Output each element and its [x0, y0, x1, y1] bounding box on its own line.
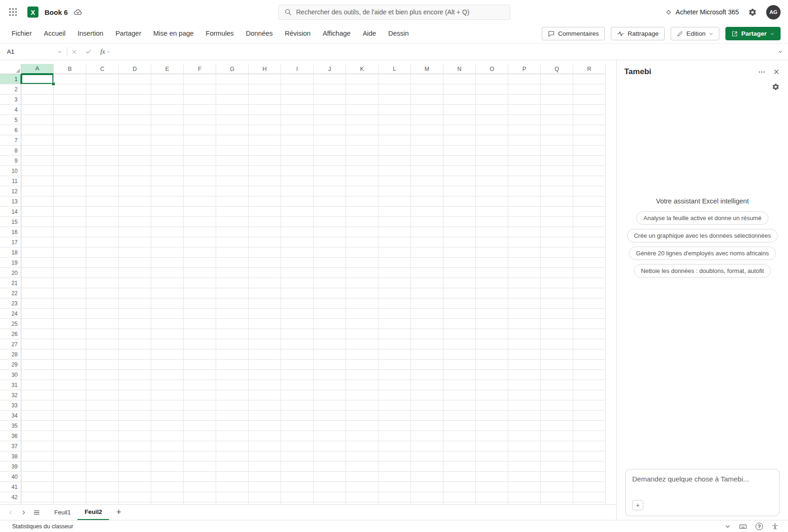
menu-tab-affichage[interactable]: Affichage	[317, 24, 357, 43]
cell-K10[interactable]	[346, 166, 378, 176]
attach-plus-button[interactable]: +	[632, 500, 643, 510]
cell-J16[interactable]	[314, 227, 346, 237]
cell-F9[interactable]	[184, 156, 216, 166]
row-header-13[interactable]: 13	[0, 196, 21, 207]
cell-B31[interactable]	[54, 380, 86, 390]
cell-C3[interactable]	[86, 95, 119, 105]
row-header-26[interactable]: 26	[0, 329, 21, 339]
cell-J1[interactable]	[314, 74, 346, 84]
cell-I14[interactable]	[281, 207, 314, 217]
excel-logo-icon[interactable]: X	[27, 6, 39, 18]
cell-I24[interactable]	[281, 309, 314, 319]
cell-G40[interactable]	[216, 472, 249, 482]
cell-G41[interactable]	[216, 482, 249, 492]
cell-L33[interactable]	[378, 400, 411, 411]
cell-I13[interactable]	[281, 196, 314, 207]
cell-P2[interactable]	[508, 84, 541, 95]
cell-P42[interactable]	[508, 492, 541, 502]
cell-J23[interactable]	[314, 298, 346, 309]
cell-C32[interactable]	[86, 390, 119, 400]
cell-I5[interactable]	[281, 115, 314, 125]
cell-J6[interactable]	[314, 125, 346, 135]
cell-R29[interactable]	[573, 360, 606, 370]
cell-A3[interactable]	[21, 95, 54, 105]
cell-E16[interactable]	[151, 227, 184, 237]
cell-C11[interactable]	[86, 176, 119, 186]
cell-Q32[interactable]	[541, 390, 573, 400]
cell-M15[interactable]	[411, 217, 443, 227]
cell-A42[interactable]	[21, 492, 54, 502]
cell-N39[interactable]	[443, 462, 476, 472]
cell-R22[interactable]	[573, 288, 606, 298]
column-header-O[interactable]: O	[476, 64, 508, 74]
cell-C39[interactable]	[86, 462, 119, 472]
cell-L24[interactable]	[378, 309, 411, 319]
cell-D7[interactable]	[119, 135, 151, 146]
buy-microsoft-365-button[interactable]: Acheter Microsoft 365	[665, 8, 739, 16]
cell-N11[interactable]	[443, 176, 476, 186]
cell-H19[interactable]	[249, 258, 281, 268]
cell-N18[interactable]	[443, 247, 476, 258]
cell-O23[interactable]	[476, 298, 508, 309]
formula-input[interactable]	[115, 44, 772, 60]
cell-A2[interactable]	[21, 84, 54, 95]
cell-Q38[interactable]	[541, 451, 573, 462]
cell-A36[interactable]	[21, 431, 54, 441]
cell-L30[interactable]	[378, 370, 411, 380]
cell-M34[interactable]	[411, 411, 443, 421]
cell-G26[interactable]	[216, 329, 249, 339]
row-header-17[interactable]: 17	[0, 237, 21, 247]
cell-R39[interactable]	[573, 462, 606, 472]
keyboard-icon[interactable]	[739, 522, 747, 531]
cell-P32[interactable]	[508, 390, 541, 400]
cell-E24[interactable]	[151, 309, 184, 319]
cell-B12[interactable]	[54, 186, 86, 196]
cell-K21[interactable]	[346, 278, 378, 288]
cell-F36[interactable]	[184, 431, 216, 441]
cell-C13[interactable]	[86, 196, 119, 207]
cell-B28[interactable]	[54, 349, 86, 360]
row-header-39[interactable]: 39	[0, 462, 21, 472]
cell-F40[interactable]	[184, 472, 216, 482]
cell-H30[interactable]	[249, 370, 281, 380]
cell-D15[interactable]	[119, 217, 151, 227]
cell-D6[interactable]	[119, 125, 151, 135]
search-input[interactable]	[296, 8, 504, 16]
cell-N40[interactable]	[443, 472, 476, 482]
cell-G36[interactable]	[216, 431, 249, 441]
cell-R6[interactable]	[573, 125, 606, 135]
cell-L38[interactable]	[378, 451, 411, 462]
cell-G42[interactable]	[216, 492, 249, 502]
cell-O1[interactable]	[476, 74, 508, 84]
cell-A14[interactable]	[21, 207, 54, 217]
cell-C27[interactable]	[86, 339, 119, 349]
cell-P18[interactable]	[508, 247, 541, 258]
cell-A17[interactable]	[21, 237, 54, 247]
cell-F24[interactable]	[184, 309, 216, 319]
menu-tab-accueil[interactable]: Accueil	[38, 24, 72, 43]
cell-G3[interactable]	[216, 95, 249, 105]
cell-P7[interactable]	[508, 135, 541, 146]
cell-J14[interactable]	[314, 207, 346, 217]
cell-K8[interactable]	[346, 146, 378, 156]
cell-K34[interactable]	[346, 411, 378, 421]
cell-B16[interactable]	[54, 227, 86, 237]
suggestion-pill-3[interactable]: Génère 20 lignes d'employés avec noms af…	[629, 247, 775, 260]
cell-J10[interactable]	[314, 166, 346, 176]
menu-tab-partager[interactable]: Partager	[109, 24, 147, 43]
cell-C23[interactable]	[86, 298, 119, 309]
editing-mode-button[interactable]: Edition	[671, 27, 719, 40]
cell-O8[interactable]	[476, 146, 508, 156]
row-header-23[interactable]: 23	[0, 298, 21, 309]
cell-N30[interactable]	[443, 370, 476, 380]
cell-H7[interactable]	[249, 135, 281, 146]
cell-B36[interactable]	[54, 431, 86, 441]
cell-G11[interactable]	[216, 176, 249, 186]
cell-D33[interactable]	[119, 400, 151, 411]
menu-tab-donnees[interactable]: Données	[240, 24, 279, 43]
column-header-K[interactable]: K	[346, 64, 378, 74]
cell-L23[interactable]	[378, 298, 411, 309]
cell-I9[interactable]	[281, 156, 314, 166]
cell-N12[interactable]	[443, 186, 476, 196]
cell-A38[interactable]	[21, 451, 54, 462]
